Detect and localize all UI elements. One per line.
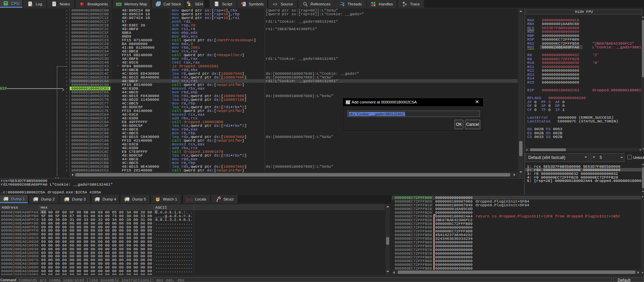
svg-text:64: 64 — [5, 3, 7, 5]
svg-text:<>: <> — [215, 2, 218, 5]
svg-text:<>: <> — [273, 2, 277, 6]
svg-text:[x=]: [x=] — [187, 198, 192, 202]
svg-text:!: ! — [190, 4, 191, 6]
